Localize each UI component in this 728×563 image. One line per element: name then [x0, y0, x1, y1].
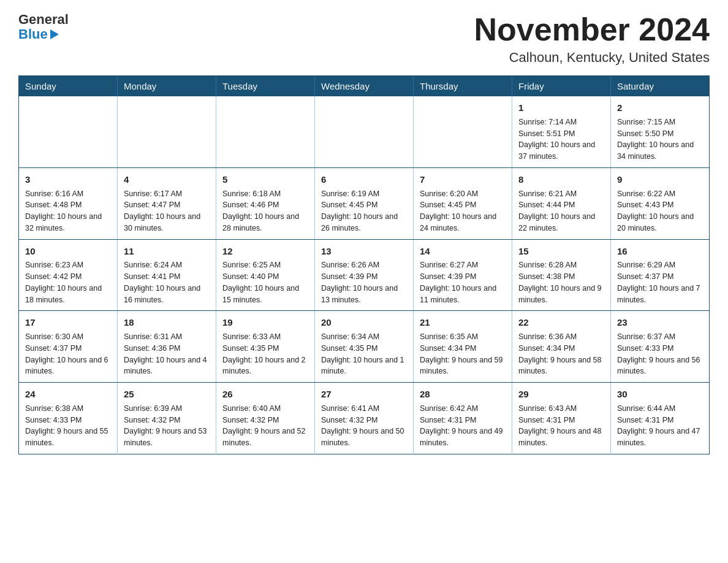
calendar-cell: 8Sunrise: 6:21 AM Sunset: 4:44 PM Daylig…: [512, 167, 611, 239]
day-number: 23: [617, 316, 703, 329]
calendar-cell: 22Sunrise: 6:36 AM Sunset: 4:34 PM Dayli…: [512, 311, 611, 383]
day-info: Sunrise: 6:27 AM Sunset: 4:39 PM Dayligh…: [420, 259, 506, 305]
day-info: Sunrise: 6:44 AM Sunset: 4:31 PM Dayligh…: [617, 403, 703, 449]
logo-general: General: [18, 12, 69, 27]
calendar-cell: 27Sunrise: 6:41 AM Sunset: 4:32 PM Dayli…: [315, 383, 414, 454]
calendar-cell: 19Sunrise: 6:33 AM Sunset: 4:35 PM Dayli…: [216, 311, 315, 383]
day-number: 17: [25, 316, 111, 329]
day-info: Sunrise: 6:28 AM Sunset: 4:38 PM Dayligh…: [518, 259, 604, 305]
calendar-cell: [216, 96, 315, 167]
day-number: 4: [124, 173, 210, 186]
calendar-cell: 12Sunrise: 6:25 AM Sunset: 4:40 PM Dayli…: [216, 239, 315, 311]
col-header-monday: Monday: [118, 76, 216, 97]
calendar-cell: 25Sunrise: 6:39 AM Sunset: 4:32 PM Dayli…: [118, 383, 216, 454]
day-number: 29: [518, 388, 604, 401]
calendar-week-1: 1Sunrise: 7:14 AM Sunset: 5:51 PM Daylig…: [19, 96, 710, 167]
calendar-cell: 7Sunrise: 6:20 AM Sunset: 4:45 PM Daylig…: [414, 167, 512, 239]
day-info: Sunrise: 6:41 AM Sunset: 4:32 PM Dayligh…: [321, 403, 407, 449]
day-number: 2: [617, 101, 703, 115]
day-info: Sunrise: 6:33 AM Sunset: 4:35 PM Dayligh…: [222, 331, 308, 377]
calendar-cell: [414, 96, 512, 167]
title-block: November 2024 Calhoun, Kentucky, United …: [474, 12, 710, 66]
day-number: 8: [518, 173, 604, 186]
day-number: 1: [518, 101, 604, 115]
day-info: Sunrise: 6:30 AM Sunset: 4:37 PM Dayligh…: [25, 331, 111, 377]
calendar-cell: 1Sunrise: 7:14 AM Sunset: 5:51 PM Daylig…: [512, 96, 611, 167]
day-info: Sunrise: 6:42 AM Sunset: 4:31 PM Dayligh…: [420, 403, 506, 449]
calendar-cell: 26Sunrise: 6:40 AM Sunset: 4:32 PM Dayli…: [216, 383, 315, 454]
day-info: Sunrise: 6:40 AM Sunset: 4:32 PM Dayligh…: [222, 403, 308, 449]
day-number: 9: [617, 173, 703, 186]
day-number: 16: [617, 245, 703, 258]
day-number: 28: [420, 388, 506, 401]
calendar-cell: 17Sunrise: 6:30 AM Sunset: 4:37 PM Dayli…: [19, 311, 118, 383]
day-number: 5: [222, 173, 308, 186]
day-number: 12: [222, 245, 308, 258]
logo: General Blue: [18, 12, 69, 42]
col-header-saturday: Saturday: [611, 76, 710, 97]
day-info: Sunrise: 6:17 AM Sunset: 4:47 PM Dayligh…: [124, 188, 210, 234]
calendar-cell: 5Sunrise: 6:18 AM Sunset: 4:46 PM Daylig…: [216, 167, 315, 239]
day-info: Sunrise: 6:37 AM Sunset: 4:33 PM Dayligh…: [617, 331, 703, 377]
calendar-cell: 23Sunrise: 6:37 AM Sunset: 4:33 PM Dayli…: [611, 311, 710, 383]
day-info: Sunrise: 6:26 AM Sunset: 4:39 PM Dayligh…: [321, 259, 407, 305]
calendar-cell: 16Sunrise: 6:29 AM Sunset: 4:37 PM Dayli…: [611, 239, 710, 311]
calendar-cell: 10Sunrise: 6:23 AM Sunset: 4:42 PM Dayli…: [19, 239, 118, 311]
calendar-cell: 14Sunrise: 6:27 AM Sunset: 4:39 PM Dayli…: [414, 239, 512, 311]
page-header: General Blue November 2024 Calhoun, Kent…: [18, 12, 710, 66]
calendar-cell: 11Sunrise: 6:24 AM Sunset: 4:41 PM Dayli…: [118, 239, 216, 311]
col-header-tuesday: Tuesday: [216, 76, 315, 97]
calendar-cell: 6Sunrise: 6:19 AM Sunset: 4:45 PM Daylig…: [315, 167, 414, 239]
calendar-table: SundayMondayTuesdayWednesdayThursdayFrid…: [18, 75, 710, 454]
day-number: 14: [420, 245, 506, 258]
day-number: 25: [124, 388, 210, 401]
calendar-cell: 18Sunrise: 6:31 AM Sunset: 4:36 PM Dayli…: [118, 311, 216, 383]
day-info: Sunrise: 6:18 AM Sunset: 4:46 PM Dayligh…: [222, 188, 308, 234]
day-info: Sunrise: 6:35 AM Sunset: 4:34 PM Dayligh…: [420, 331, 506, 377]
calendar-cell: 4Sunrise: 6:17 AM Sunset: 4:47 PM Daylig…: [118, 167, 216, 239]
col-header-thursday: Thursday: [414, 76, 512, 97]
day-info: Sunrise: 6:31 AM Sunset: 4:36 PM Dayligh…: [124, 331, 210, 377]
day-number: 7: [420, 173, 506, 186]
day-number: 10: [25, 245, 111, 258]
col-header-friday: Friday: [512, 76, 611, 97]
calendar-cell: [315, 96, 414, 167]
day-number: 6: [321, 173, 407, 186]
calendar-cell: 24Sunrise: 6:38 AM Sunset: 4:33 PM Dayli…: [19, 383, 118, 454]
day-number: 11: [124, 245, 210, 258]
day-info: Sunrise: 6:29 AM Sunset: 4:37 PM Dayligh…: [617, 259, 703, 305]
calendar-week-4: 17Sunrise: 6:30 AM Sunset: 4:37 PM Dayli…: [19, 311, 710, 383]
day-info: Sunrise: 6:25 AM Sunset: 4:40 PM Dayligh…: [222, 259, 308, 305]
day-info: Sunrise: 6:19 AM Sunset: 4:45 PM Dayligh…: [321, 188, 407, 234]
calendar-cell: [118, 96, 216, 167]
calendar-cell: 13Sunrise: 6:26 AM Sunset: 4:39 PM Dayli…: [315, 239, 414, 311]
day-number: 15: [518, 245, 604, 258]
day-info: Sunrise: 6:24 AM Sunset: 4:41 PM Dayligh…: [124, 259, 210, 305]
day-number: 19: [222, 316, 308, 329]
day-number: 21: [420, 316, 506, 329]
calendar-cell: 29Sunrise: 6:43 AM Sunset: 4:31 PM Dayli…: [512, 383, 611, 454]
month-title: November 2024: [474, 12, 710, 47]
day-info: Sunrise: 7:14 AM Sunset: 5:51 PM Dayligh…: [518, 117, 604, 163]
day-info: Sunrise: 6:34 AM Sunset: 4:35 PM Dayligh…: [321, 331, 407, 377]
col-header-sunday: Sunday: [19, 76, 118, 97]
calendar-cell: 21Sunrise: 6:35 AM Sunset: 4:34 PM Dayli…: [414, 311, 512, 383]
day-number: 27: [321, 388, 407, 401]
calendar-cell: 9Sunrise: 6:22 AM Sunset: 4:43 PM Daylig…: [611, 167, 710, 239]
day-info: Sunrise: 6:20 AM Sunset: 4:45 PM Dayligh…: [420, 188, 506, 234]
col-header-wednesday: Wednesday: [315, 76, 414, 97]
day-info: Sunrise: 6:21 AM Sunset: 4:44 PM Dayligh…: [518, 188, 604, 234]
logo-arrow-icon: [50, 29, 59, 39]
location-label: Calhoun, Kentucky, United States: [474, 50, 710, 66]
day-number: 24: [25, 388, 111, 401]
day-number: 26: [222, 388, 308, 401]
day-info: Sunrise: 6:22 AM Sunset: 4:43 PM Dayligh…: [617, 188, 703, 234]
day-number: 13: [321, 245, 407, 258]
day-info: Sunrise: 6:39 AM Sunset: 4:32 PM Dayligh…: [124, 403, 210, 449]
calendar-cell: 3Sunrise: 6:16 AM Sunset: 4:48 PM Daylig…: [19, 167, 118, 239]
day-number: 18: [124, 316, 210, 329]
calendar-cell: 30Sunrise: 6:44 AM Sunset: 4:31 PM Dayli…: [611, 383, 710, 454]
calendar-week-3: 10Sunrise: 6:23 AM Sunset: 4:42 PM Dayli…: [19, 239, 710, 311]
calendar-week-5: 24Sunrise: 6:38 AM Sunset: 4:33 PM Dayli…: [19, 383, 710, 454]
calendar-cell: [19, 96, 118, 167]
